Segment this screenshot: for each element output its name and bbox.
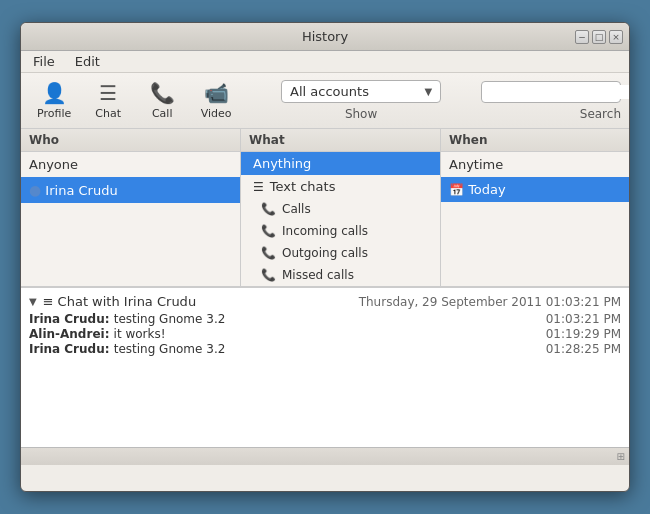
chat-label: Chat [95, 107, 121, 120]
toolbar: 👤 Profile ☰ Chat 📞 Call 📹 Video All acco… [21, 73, 629, 129]
incoming-label: Incoming calls [282, 224, 368, 238]
when-header: When [441, 129, 629, 152]
chat-icon: ☰ [99, 81, 117, 105]
person-icon: ● [29, 182, 41, 198]
profile-button[interactable]: 👤 Profile [29, 77, 79, 124]
calendar-icon: 📅 [449, 183, 464, 197]
who-header: Who [21, 129, 240, 152]
columns-area: Who Anyone ● Irina Crudu What Anything ☰… [21, 129, 629, 287]
calls-label: Calls [282, 202, 311, 216]
search-label: Search [580, 107, 621, 121]
chat-time-2: 01:28:25 PM [546, 342, 621, 356]
who-irina-label: Irina Crudu [45, 183, 117, 198]
chat-title: ▼ ≡ Chat with Irina Crudu [29, 294, 196, 309]
statusbar-icon: ⊞ [617, 451, 625, 462]
toolbar-right: 🔍 Search [481, 81, 621, 121]
menubar: File Edit [21, 51, 629, 73]
msg-2: testing Gnome 3.2 [114, 342, 226, 356]
maximize-button[interactable]: □ [592, 30, 606, 44]
what-missed-calls[interactable]: 📞 Missed calls [241, 264, 440, 286]
call-button[interactable]: 📞 Call [137, 77, 187, 124]
search-input[interactable] [488, 85, 630, 99]
what-anything[interactable]: Anything [241, 152, 440, 175]
what-text-chats[interactable]: ☰ Text chats [241, 175, 440, 198]
text-chats-label: Text chats [270, 179, 336, 194]
video-button[interactable]: 📹 Video [191, 77, 241, 124]
who-irina[interactable]: ● Irina Crudu [21, 177, 240, 203]
what-panel: What Anything ☰ Text chats 📞 Calls 📞 Inc… [241, 129, 441, 286]
incoming-icon: 📞 [261, 224, 276, 238]
what-incoming-calls[interactable]: 📞 Incoming calls [241, 220, 440, 242]
chat-text-2: Irina Crudu: testing Gnome 3.2 [29, 342, 225, 356]
chat-time-1: 01:19:29 PM [546, 327, 621, 341]
titlebar: History − □ × [21, 23, 629, 51]
when-anytime[interactable]: Anytime [441, 152, 629, 177]
video-icon: 📹 [204, 81, 229, 105]
chat-button[interactable]: ☰ Chat [83, 77, 133, 124]
call-label: Call [152, 107, 173, 120]
dropdown-arrow-icon: ▼ [424, 86, 432, 97]
sender-1: Alin-Andrei: [29, 327, 114, 341]
chat-title-text: Chat with Irina Crudu [58, 294, 197, 309]
outgoing-icon: 📞 [261, 246, 276, 260]
menu-file[interactable]: File [29, 52, 59, 71]
show-label: Show [345, 107, 377, 121]
what-outgoing-calls[interactable]: 📞 Outgoing calls [241, 242, 440, 264]
today-label: Today [468, 182, 506, 197]
menu-edit[interactable]: Edit [71, 52, 104, 71]
window-controls: − □ × [575, 30, 623, 44]
video-label: Video [201, 107, 232, 120]
minimize-button[interactable]: − [575, 30, 589, 44]
calls-icon: 📞 [261, 202, 276, 216]
close-button[interactable]: × [609, 30, 623, 44]
toolbar-center: All accounts ▼ Show [245, 80, 477, 121]
missed-icon: 📞 [261, 268, 276, 282]
window-title: History [302, 29, 348, 44]
account-dropdown[interactable]: All accounts ▼ [281, 80, 441, 103]
chat-line-0: Irina Crudu: testing Gnome 3.2 01:03:21 … [29, 312, 621, 326]
chat-time-0: 01:03:21 PM [546, 312, 621, 326]
sender-2: Irina Crudu: [29, 342, 114, 356]
chat-date: Thursday, 29 September 2011 01:03:21 PM [359, 295, 621, 309]
account-label: All accounts [290, 84, 369, 99]
profile-label: Profile [37, 107, 71, 120]
chat-text-0: Irina Crudu: testing Gnome 3.2 [29, 312, 225, 326]
anything-label: Anything [253, 156, 311, 171]
outgoing-label: Outgoing calls [282, 246, 368, 260]
chat-header: ▼ ≡ Chat with Irina Crudu Thursday, 29 S… [29, 294, 621, 309]
list-icon: ≡ [43, 294, 54, 309]
missed-label: Missed calls [282, 268, 354, 282]
call-icon: 📞 [150, 81, 175, 105]
chat-line-1: Alin-Andrei: it works! 01:19:29 PM [29, 327, 621, 341]
what-header: What [241, 129, 440, 152]
when-panel: When Anytime 📅 Today [441, 129, 629, 286]
chat-line-2: Irina Crudu: testing Gnome 3.2 01:28:25 … [29, 342, 621, 356]
chat-log: ▼ ≡ Chat with Irina Crudu Thursday, 29 S… [21, 287, 629, 447]
what-calls[interactable]: 📞 Calls [241, 198, 440, 220]
text-chats-icon: ☰ [253, 180, 264, 194]
expand-icon[interactable]: ▼ [29, 296, 37, 307]
sender-0: Irina Crudu: [29, 312, 114, 326]
msg-0: testing Gnome 3.2 [114, 312, 226, 326]
who-panel: Who Anyone ● Irina Crudu [21, 129, 241, 286]
profile-icon: 👤 [42, 81, 67, 105]
account-section: All accounts ▼ Show [281, 80, 441, 121]
chat-text-1: Alin-Andrei: it works! [29, 327, 166, 341]
main-window: History − □ × File Edit 👤 Profile ☰ Chat… [20, 22, 630, 492]
statusbar: ⊞ [21, 447, 629, 465]
toolbar-left: 👤 Profile ☰ Chat 📞 Call 📹 Video [29, 77, 241, 124]
search-box[interactable]: 🔍 [481, 81, 621, 103]
when-today[interactable]: 📅 Today [441, 177, 629, 202]
who-anyone[interactable]: Anyone [21, 152, 240, 177]
msg-1: it works! [114, 327, 166, 341]
